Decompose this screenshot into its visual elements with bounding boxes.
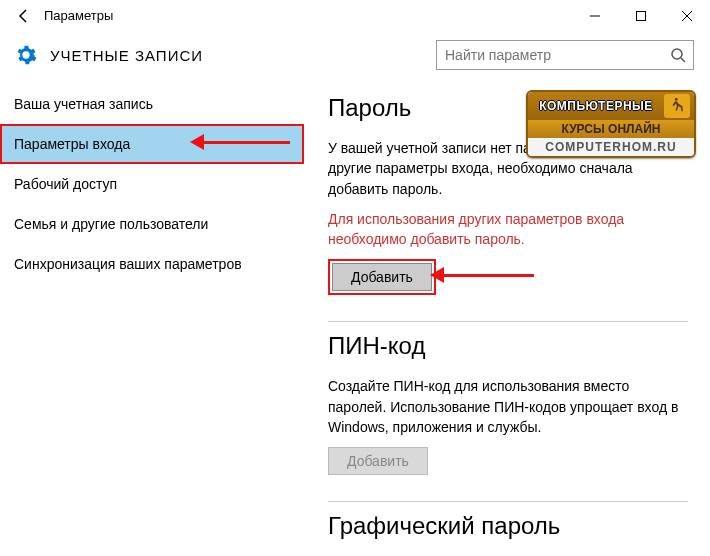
page-header: УЧЕТНЫЕ ЗАПИСИ [0,32,710,80]
sidebar: Ваша учетная запись Параметры входа Рабо… [0,80,304,556]
gear-icon [14,43,38,67]
sidebar-item-family[interactable]: Семья и другие пользователи [0,204,304,244]
minimize-button[interactable] [572,0,618,32]
page-title: УЧЕТНЫЕ ЗАПИСИ [50,47,203,64]
watermark-line2: КУРСЫ ОНЛАЙН [528,120,694,138]
sidebar-item-sync[interactable]: Синхронизация ваших параметров [0,244,304,284]
search-input[interactable] [437,47,663,63]
sidebar-item-your-account[interactable]: Ваша учетная запись [0,84,304,124]
pin-description: Создайте ПИН-код для использования вмест… [328,376,688,437]
svg-line-3 [681,58,685,62]
watermark-badge: КОМПЬЮТЕРНЫЕ КУРСЫ ОНЛАЙН COMPUTERHOM.RU [526,90,696,158]
watermark-line1: КОМПЬЮТЕРНЫЕ [532,99,660,113]
back-button[interactable] [8,0,40,32]
divider [328,321,688,322]
add-pin-button: Добавить [328,447,428,475]
window-titlebar: Параметры [0,0,710,32]
maximize-button[interactable] [618,0,664,32]
runner-icon [664,94,690,118]
add-password-button[interactable]: Добавить [332,263,432,291]
search-icon[interactable] [663,47,693,63]
annotation-arrow-icon [190,134,290,150]
annotation-arrow-icon [430,267,534,283]
password-warning: Для использования других параметров вход… [328,209,688,250]
divider [328,501,688,502]
close-button[interactable] [664,0,710,32]
watermark-line3: COMPUTERHOM.RU [528,138,694,156]
annotation-highlight: Добавить [328,259,436,295]
svg-rect-1 [637,11,646,20]
section-heading-picture-password: Графический пароль [328,512,694,540]
section-heading-pin: ПИН-код [328,332,694,360]
search-box[interactable] [436,40,694,70]
sidebar-item-work-access[interactable]: Рабочий доступ [0,164,304,204]
window-controls [572,0,710,32]
svg-point-2 [672,49,682,59]
window-title: Параметры [40,8,572,23]
